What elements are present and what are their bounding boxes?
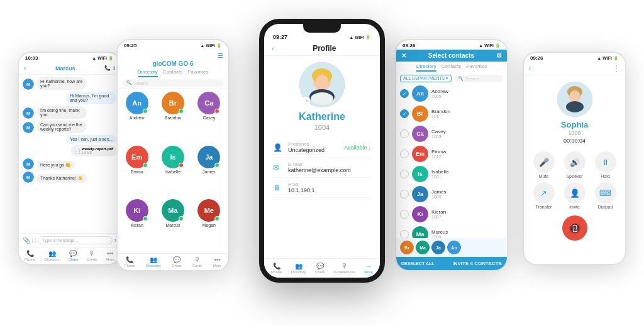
call-avatar [557,82,592,117]
camera-icon[interactable]: □ [32,237,36,244]
check-isabelle[interactable] [400,170,409,178]
status-casey [214,109,219,114]
attachment-icon[interactable]: 📎 [23,237,30,244]
profile-nav-phone[interactable]: 📞Phone [271,263,282,274]
msg-8: M Thanks Katherine! 👋 [23,171,116,183]
profile-nav-conf[interactable]: 🎙Conferences [334,263,355,274]
dir-screen: ☰ gloCOM GO 6 Directory Contacts Favorit… [118,50,228,270]
sel-search[interactable]: 🔍 Search [454,75,503,82]
sel-options-icon[interactable]: ⚙ [496,52,502,59]
call-more-icon[interactable]: ⋮ [613,64,620,73]
profile-back-icon[interactable]: ‹ [272,45,274,52]
check-james[interactable] [400,190,409,198]
menu-icon[interactable]: ☰ [218,52,223,59]
call-back-icon[interactable]: ‹ [529,65,531,72]
profile-header: ‹ Profile [264,41,380,56]
dept-filter[interactable]: ALL DEPARTMENTS ▾ [400,75,452,82]
nav-conferences[interactable]: 🎙Confs [87,250,97,261]
dir-nav-more[interactable]: •••More [213,256,222,268]
nav-chats[interactable]: 💬Chats [69,250,79,261]
dialpad-btn[interactable]: ⌨ Dialpad [592,182,619,209]
check-kieran[interactable] [400,210,409,219]
hold-btn[interactable]: ⏸ Hold [592,151,619,178]
sel-item-marcus[interactable]: Ma Marcus1009 [396,224,507,238]
sel-item-kieran[interactable]: Ki Kieran1007 [396,204,507,224]
profile-nav-chats[interactable]: 💬Chats [315,263,325,274]
nav-more[interactable]: •••More [106,250,114,261]
sel-item-james[interactable]: Ja James1000 [396,184,507,204]
status-marcus [179,216,184,221]
name-isabelle: Isabelle [165,170,180,174]
tab-favorites[interactable]: Favorites [187,69,208,77]
sel-avatar-andrew: An [412,85,428,102]
dir-search[interactable]: 🔍 Search [123,79,223,87]
profile-nav-more[interactable]: →More [364,263,373,274]
nav-directory[interactable]: 👥Directory [45,250,60,261]
chat-input[interactable]: Type a message... [38,236,113,244]
dialpad-icon: ⌨ [595,182,616,204]
sel-avatar-isabelle: Is [412,166,428,182]
transfer-label: Transfer [536,205,552,209]
transfer-btn[interactable]: ↗ Transfer [530,182,557,209]
sel-item-andrew[interactable]: ✓ An Andrew1005 [396,84,507,104]
check-marcus[interactable] [400,230,409,238]
sel-item-casey[interactable]: Ca Casey1003 [396,124,507,144]
edit-icon[interactable]: ✏ [301,96,311,106]
svg-point-4 [316,75,328,87]
nav-phone[interactable]: 📞Phone [25,250,35,261]
sel-item-brandon[interactable]: ✓ Br Brandon101 [396,104,507,124]
chat-input-bar: 📎 □ Type a message... › [19,233,120,247]
mute-btn[interactable]: 🎤 Mute [530,151,557,178]
dir-person-megan: Me Megan [192,199,226,251]
sel-mini-1: Br [400,241,414,254]
more-nav-icon-3: → [365,263,372,269]
tab-contacts[interactable]: Contacts [163,69,183,77]
dir-nav-chats[interactable]: 💬Chats [172,256,182,268]
tab-directory[interactable]: Directory [138,69,158,77]
call-header: ‹ ⋮ [524,62,625,75]
app-name: gloCOM GO 6 [123,60,223,67]
sel-item-isabelle[interactable]: Is Isabelle1001 [396,164,507,184]
msg-6: 📄 weekly-report.pdf 1.9 MB [23,145,116,156]
back-icon[interactable]: ‹ [24,65,26,72]
dir-nav-phone[interactable]: 📞Phone [125,256,135,268]
email-value: katherine@example.com [288,167,351,173]
check-casey[interactable] [400,129,409,138]
call-icon[interactable]: 📞 [104,65,111,71]
hangup-button[interactable]: 📵 [562,215,587,241]
status-bar-5: 09:26 ▲WiFi🔋 [524,53,625,62]
sel-tab-contacts[interactable]: Contacts [441,63,462,72]
file-bubble: 📄 weekly-report.pdf 1.9 MB [71,145,116,156]
dir-nav-conf[interactable]: 🎙Confs [192,256,203,268]
status-james [214,163,219,168]
check-andrew[interactable]: ✓ [400,89,409,98]
msg-bubble-3: I'm doing fine, thank you. [36,106,87,119]
transfer-icon: ↗ [533,182,555,204]
dir-person-kieran: Ki Kieran [120,199,153,251]
check-emma[interactable] [400,149,409,158]
sel-selected-bar: Br Ma Ja An [396,238,507,257]
time-2: 09:25 [124,43,136,48]
sel-avatar-james: Ja [412,186,428,202]
sel-avatar-brandon: Br [412,106,428,122]
sophia-avatar-svg [557,82,592,117]
profile-nav-dir[interactable]: 👥Directory [291,263,306,274]
info-icon[interactable]: ℹ [113,65,115,71]
msg-avatar-4: M [23,122,34,133]
host-value: 10.1.190.1 [288,187,315,193]
check-brandon[interactable]: ✓ [400,109,409,118]
down-arrow-icon[interactable]: ↓ [369,144,372,151]
sel-mini-3: Ja [431,241,445,254]
sel-tab-fav[interactable]: Favorites [466,63,487,72]
speaker-btn[interactable]: 🔊 Speaker [561,151,588,178]
status-andrew [143,109,148,114]
invite-button[interactable]: INVITE 4 CONTACTS [452,261,502,266]
invite-btn[interactable]: 👤 Invite [561,182,588,209]
dir-nav-dir[interactable]: 👥Directory [146,256,161,268]
sel-item-emma[interactable]: Em Emma1012 [396,144,507,164]
sel-back-icon[interactable]: ✕ [401,52,406,59]
status-icons-1: ▲ WiFi 🔋 [92,56,114,61]
sel-tab-dir[interactable]: Directory [416,63,436,72]
deselect-all-button[interactable]: DESELECT ALL [401,261,435,266]
dir-bottom-nav: 📞Phone 👥Directory 💬Chats 🎙Confs •••More [118,253,228,270]
